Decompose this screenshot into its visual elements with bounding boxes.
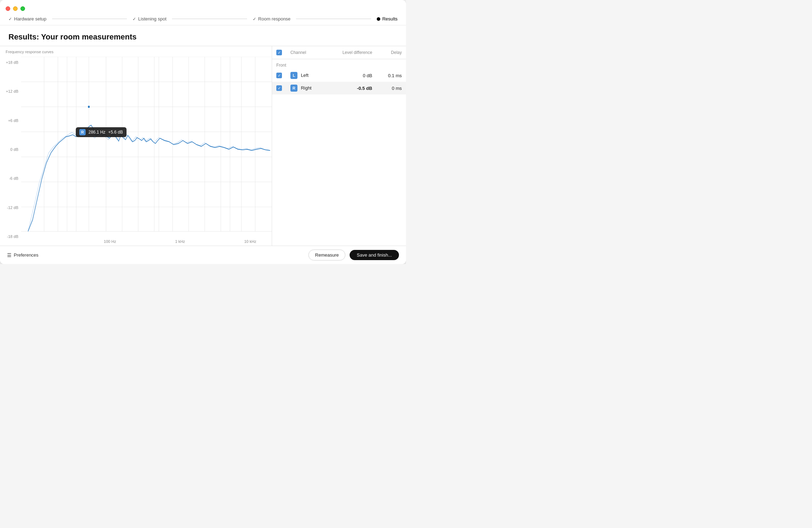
y-label-18n: -18 dB bbox=[0, 234, 21, 239]
tooltip-point bbox=[88, 105, 90, 108]
left-checkbox[interactable] bbox=[276, 73, 282, 78]
right-checkbox[interactable] bbox=[276, 85, 282, 91]
y-axis: +18 dB +12 dB +6 dB 0 dB -6 dB -12 dB -1… bbox=[0, 46, 21, 246]
channel-table-body: Front L Left bbox=[272, 59, 406, 95]
chart-inner: R 286.1 Hz +5.6 dB bbox=[21, 57, 272, 237]
check-icon: ✓ bbox=[8, 17, 12, 22]
left-delay: 0.1 ms bbox=[376, 69, 406, 82]
left-checkbox-cell[interactable] bbox=[272, 69, 286, 82]
x-label-10khz: 10 kHz bbox=[244, 239, 256, 244]
right-checkbox-cell[interactable] bbox=[272, 82, 286, 94]
check-icon-3: ✓ bbox=[253, 17, 256, 22]
right-panel: Channel Level difference Delay bbox=[272, 46, 406, 246]
titlebar bbox=[0, 0, 406, 13]
minimize-button[interactable] bbox=[13, 6, 18, 11]
right-channel-cell: R Right bbox=[286, 82, 326, 94]
channel-table-head: Channel Level difference Delay bbox=[272, 46, 406, 59]
x-label-1khz: 1 kHz bbox=[175, 239, 185, 244]
x-axis-labels: 100 Hz 1 kHz 10 kHz bbox=[21, 237, 272, 246]
preferences-icon: ☰ bbox=[7, 252, 12, 258]
step-listening-spot[interactable]: ✓ Listening spot bbox=[133, 16, 166, 22]
page-title: Results: Your room measurements bbox=[0, 25, 406, 46]
right-delay: 0 ms bbox=[376, 82, 406, 94]
step-hardware-setup[interactable]: ✓ Hardware setup bbox=[8, 16, 47, 22]
traffic-lights bbox=[6, 6, 25, 11]
preferences-button[interactable]: ☰ Preferences bbox=[7, 252, 38, 258]
step-results-label: Results bbox=[382, 16, 398, 22]
footer: ☰ Preferences Remeasure Save and finish.… bbox=[0, 246, 406, 264]
step-room-response-label: Room response bbox=[258, 16, 291, 22]
channel-row-left: L Left 0 dB 0.1 ms bbox=[272, 69, 406, 82]
step-room-response[interactable]: ✓ Room response bbox=[253, 16, 291, 22]
active-dot-icon bbox=[377, 17, 380, 21]
footer-right: Remeasure Save and finish... bbox=[308, 250, 399, 260]
y-label-0: 0 dB bbox=[0, 147, 21, 152]
close-button[interactable] bbox=[6, 6, 10, 11]
col-channel: Channel bbox=[286, 46, 326, 59]
left-channel-curve bbox=[28, 132, 269, 231]
main-content: Results: Your room measurements Frequenc… bbox=[0, 25, 406, 246]
right-badge: R bbox=[290, 85, 297, 92]
col-checkbox bbox=[272, 46, 286, 59]
chart-area[interactable]: Frequency response curves +18 dB +12 dB … bbox=[0, 46, 272, 246]
y-label-12p: +12 dB bbox=[0, 89, 21, 93]
y-label-12n: -12 dB bbox=[0, 205, 21, 210]
y-label-18p: +18 dB bbox=[0, 60, 21, 65]
channel-table: Channel Level difference Delay bbox=[272, 46, 406, 94]
right-channel-name: Right bbox=[301, 85, 312, 91]
left-channel-cell: L Left bbox=[286, 69, 326, 82]
save-finish-button[interactable]: Save and finish... bbox=[350, 250, 399, 260]
right-channel-curve bbox=[28, 125, 270, 231]
step-hardware-setup-label: Hardware setup bbox=[14, 16, 47, 22]
preferences-label: Preferences bbox=[14, 252, 38, 258]
channel-table-header-row: Channel Level difference Delay bbox=[272, 46, 406, 59]
y-label-6p: +6 dB bbox=[0, 118, 21, 123]
left-level: 0 dB bbox=[326, 69, 376, 82]
check-icon-2: ✓ bbox=[133, 17, 136, 22]
remeasure-button[interactable]: Remeasure bbox=[308, 250, 345, 260]
y-label-6n: -6 dB bbox=[0, 176, 21, 180]
x-label-100hz: 100 Hz bbox=[104, 239, 116, 244]
group-front-header: Front bbox=[272, 59, 406, 69]
select-all-checkbox[interactable] bbox=[276, 50, 282, 55]
stepper-bar: ✓ Hardware setup ✓ Listening spot ✓ Room… bbox=[0, 13, 406, 25]
left-channel-name: Left bbox=[301, 73, 309, 78]
col-delay: Delay bbox=[376, 46, 406, 59]
step-results[interactable]: Results bbox=[377, 16, 398, 22]
step-listening-spot-label: Listening spot bbox=[138, 16, 166, 22]
step-divider-1 bbox=[52, 19, 127, 19]
channel-row-right: R Right -0.5 dB 0 ms bbox=[272, 82, 406, 94]
group-front-label: Front bbox=[272, 59, 406, 69]
right-level: -0.5 dB bbox=[326, 82, 376, 94]
step-divider-3 bbox=[296, 19, 371, 19]
left-badge: L bbox=[290, 72, 297, 79]
maximize-button[interactable] bbox=[20, 6, 25, 11]
step-divider-2 bbox=[172, 19, 247, 19]
frequency-chart-svg bbox=[21, 57, 272, 237]
chart-panel: Frequency response curves +18 dB +12 dB … bbox=[0, 46, 406, 246]
col-level-diff: Level difference bbox=[326, 46, 376, 59]
